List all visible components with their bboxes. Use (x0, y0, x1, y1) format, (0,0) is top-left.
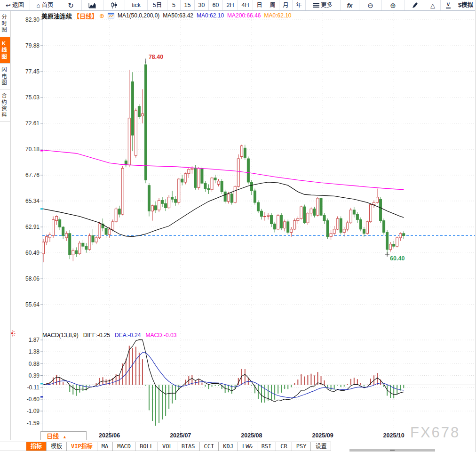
candlestick-button[interactable] (103, 0, 125, 10)
sidebar-item-timeshare[interactable]: 分时图 (0, 11, 10, 37)
triangle-icon: △ (430, 2, 435, 8)
time-axis-label: 2025/06 (95, 432, 125, 439)
candle (287, 222, 289, 233)
candle (72, 250, 74, 255)
tab-psy[interactable]: PSY (292, 442, 311, 451)
candle (105, 228, 107, 235)
candle (284, 222, 286, 228)
candle (111, 222, 114, 229)
candle (240, 146, 243, 157)
tab-rsi[interactable]: RSI (257, 442, 277, 451)
tab-vol[interactable]: VOL (158, 442, 177, 451)
interval-tag: 【日线】 (73, 11, 98, 20)
sidebar-item-kline[interactable]: K线图 (0, 37, 10, 64)
period-selector[interactable]: 日线▲ (40, 431, 87, 440)
candle (144, 65, 147, 180)
candle (383, 221, 385, 233)
price-axis-label: 65.34 (8, 198, 40, 204)
more-button[interactable]: 更多 (306, 0, 341, 10)
macd-axis-label: -0.11 (8, 384, 40, 391)
ma200-value: MA200:66.46 (227, 12, 261, 19)
period-5m-button[interactable]: 5 (167, 0, 181, 10)
candle (128, 118, 130, 165)
period-15m-button[interactable]: 15 (181, 0, 195, 10)
candle (184, 174, 187, 182)
tab-template[interactable]: 模板 (47, 442, 67, 451)
candle (294, 221, 296, 229)
period-4h-button[interactable]: 4H (238, 0, 253, 10)
tab-cci[interactable]: CCI (200, 442, 219, 451)
candle (217, 181, 220, 185)
candle (194, 168, 197, 187)
tab-cr[interactable]: CR (276, 442, 292, 451)
candle (92, 235, 94, 242)
candle (62, 227, 64, 235)
candle (323, 215, 325, 220)
period-2h-button[interactable]: 2H (223, 0, 238, 10)
candle (237, 159, 239, 186)
candle (277, 215, 279, 229)
tab-vip-indicator[interactable]: VIP指标 (67, 442, 97, 451)
price-axis-label: 60.49 (8, 250, 40, 256)
area-chart-button[interactable] (82, 0, 103, 10)
candle (369, 205, 372, 222)
candle (69, 234, 71, 255)
check-tool-button[interactable]: ∨ (441, 0, 456, 10)
sidebar-item-contract-info[interactable]: 合约资料 (0, 89, 10, 122)
tab-ma[interactable]: MA (97, 442, 113, 451)
period-60m-button[interactable]: 60 (209, 0, 223, 10)
candle (221, 181, 223, 192)
add-indicator-icon[interactable]: ⊕ (99, 12, 104, 19)
candle (234, 186, 236, 202)
macd-params-label: MACD(13,8,9) (42, 332, 79, 339)
candle (52, 219, 55, 235)
candle (303, 207, 306, 223)
tab-macd[interactable]: MACD (113, 442, 135, 451)
tab-boll[interactable]: BOLL (135, 442, 158, 451)
main-chart-canvas[interactable]: 78.4060.40 (0, 11, 476, 331)
candle (175, 199, 177, 202)
tab-settings[interactable]: 设置 (311, 442, 331, 451)
hamburger-icon (313, 3, 319, 8)
period-month-button[interactable]: 月 (279, 0, 293, 10)
candle (333, 229, 335, 234)
candle (257, 202, 259, 211)
fx-functions-button[interactable]: fx (341, 0, 359, 10)
draw-button[interactable] (405, 0, 425, 10)
simulate-trade-button[interactable]: $模拟 (456, 0, 476, 10)
candle (49, 234, 51, 238)
candle (79, 243, 81, 254)
zoom-out-button[interactable]: ⊖ (359, 0, 382, 10)
candle (346, 223, 349, 229)
period-day-button[interactable]: 日 (253, 0, 266, 10)
chart-header: 美原油连续 【日线】 ⊕ MA1(50,0,200,0) MA50:63.42 … (41, 12, 292, 19)
back-button[interactable]: ↩返回 (0, 0, 30, 10)
period-year-button[interactable]: 年 (293, 0, 306, 10)
tab-lw[interactable]: LW& (238, 442, 257, 451)
candle (366, 222, 368, 234)
candle (214, 178, 216, 180)
ma0-blue-value: MA0:62.10 (197, 12, 224, 19)
triangle-tool-button[interactable]: △ (425, 0, 441, 10)
tab-kdj[interactable]: KDJ (219, 442, 238, 451)
candle (165, 203, 167, 208)
macd-diff-value: DIFF:-0.25 (83, 332, 110, 339)
left-sidebar: 分时图 K线图 闪电图 合约资料 (0, 11, 11, 440)
horizontal-scrollbar[interactable] (349, 449, 435, 452)
home-button[interactable]: ⌂首页 (30, 0, 60, 10)
price-axis-label: 55.64 (8, 301, 40, 308)
sidebar-item-lightning[interactable]: 闪电图 (0, 64, 10, 90)
period-30m-button[interactable]: 30 (195, 0, 209, 10)
price-axis-label: 72.61 (8, 120, 40, 127)
macd-canvas[interactable] (0, 331, 476, 431)
refresh-button[interactable]: ↻ (60, 0, 82, 10)
tick-button[interactable]: tick (125, 0, 148, 10)
zoom-out-icon: ⊖ (367, 2, 373, 9)
candle (326, 221, 329, 237)
period-5day-button[interactable]: 5日 (148, 0, 167, 10)
tab-indicator[interactable]: 指标 (26, 442, 47, 451)
zoom-in-button[interactable]: ⊕ (382, 0, 405, 10)
tab-bias[interactable]: BIAS (177, 442, 200, 451)
macd-axis-label: -0.60 (8, 396, 40, 403)
period-week-button[interactable]: 周 (266, 0, 279, 10)
